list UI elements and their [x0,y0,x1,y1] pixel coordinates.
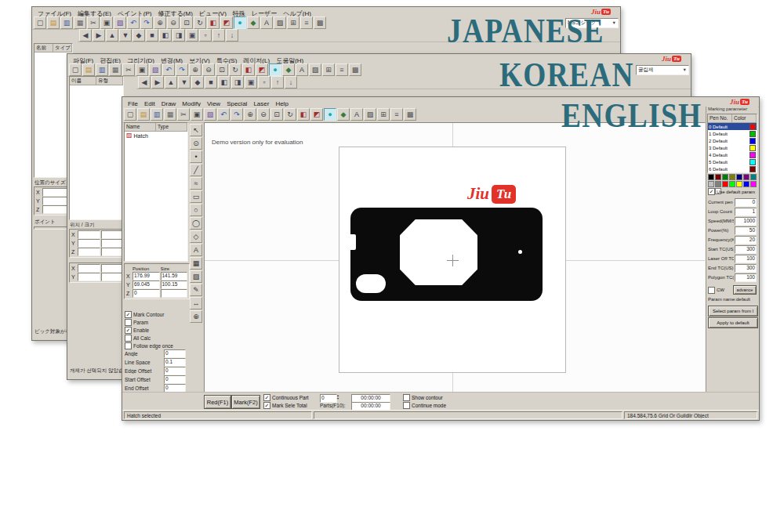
cut-icon[interactable]: ✂ [87,16,100,29]
part-count-input[interactable]: 0 [320,394,337,403]
object-list[interactable]: 이름유형 [69,76,124,220]
parameter-input[interactable]: 100 [735,273,757,282]
distribute-vertical-icon[interactable]: ◨ [231,76,244,89]
pen-row[interactable]: 4 Default [708,151,757,158]
align-icon[interactable]: ≡ [390,108,403,121]
pen-row[interactable]: 1 Default [708,130,757,137]
palette-swatch[interactable] [729,174,735,180]
paste-icon[interactable]: ▧ [204,108,216,121]
palette-swatch[interactable] [743,181,750,187]
hatch-icon[interactable]: ▨ [364,108,376,121]
rectangle-tool-icon[interactable]: ▭ [190,190,202,203]
polygon-icon[interactable]: ◆ [247,16,260,29]
copy-icon[interactable]: ▣ [136,63,148,76]
ellipse-icon[interactable]: ● [324,108,336,121]
paste-icon[interactable]: ▧ [149,63,162,76]
distribute-vertical-icon[interactable]: ◨ [172,29,185,42]
align-left-icon[interactable]: ◀ [79,29,92,42]
point-tool-icon[interactable]: • [190,150,202,163]
continue-mode-checkbox[interactable] [403,402,410,409]
lock-icon[interactable]: ▣ [245,76,257,89]
undo-icon[interactable]: ↶ [162,63,175,76]
palette-swatch[interactable] [736,181,742,187]
redo-icon[interactable]: ↷ [230,108,243,121]
open-folder-icon[interactable]: ▤ [47,16,60,29]
paste-icon[interactable]: ▧ [114,16,126,29]
palette-swatch[interactable] [715,174,721,180]
text-tool-icon[interactable]: A [190,244,202,256]
polygon-icon[interactable]: ◆ [337,108,350,121]
align-left-icon[interactable]: ◀ [138,76,151,89]
hatch-field-input[interactable]: 0.1 [164,358,186,367]
hatch-icon[interactable]: ▨ [274,16,286,29]
palette-swatch[interactable] [722,174,728,180]
hatch-icon[interactable]: ▨ [309,63,321,76]
polygon-icon[interactable]: ◆ [282,63,295,76]
coordinate-input[interactable] [78,264,100,273]
pen-row[interactable]: 2 Default [708,137,757,144]
align-icon[interactable]: ≡ [336,63,348,76]
hatch-option[interactable]: Mark Contour [124,310,187,318]
bring-front-icon[interactable]: ↑ [271,76,284,89]
coordinate-input[interactable] [101,230,124,239]
hatch-field-input[interactable]: 0 [164,367,186,375]
save-icon[interactable]: ▥ [60,16,73,29]
select-param-button[interactable]: Select param from l [708,306,758,317]
send-back-icon[interactable]: ↓ [226,29,238,42]
undo-icon[interactable]: ↶ [217,108,230,121]
save-icon[interactable]: ▥ [151,108,163,121]
unlock-icon[interactable]: ▫ [199,29,212,42]
ellipse-icon[interactable]: ● [269,63,281,76]
align-center-icon[interactable]: ◆ [132,29,145,42]
select-tool-icon[interactable]: ↖ [190,124,202,136]
coordinate-input[interactable] [101,248,124,256]
coordinate-input[interactable] [101,273,124,281]
cut-icon[interactable]: ✂ [177,108,190,121]
coordinate-input[interactable] [78,239,100,248]
undo-icon[interactable]: ↶ [127,16,140,29]
zoom-fit-icon[interactable]: ⊡ [216,63,228,76]
palette-swatch[interactable] [743,174,750,180]
dimension-tool-icon[interactable]: ↔ [190,297,202,309]
zoom-out-icon[interactable]: ⊖ [202,63,215,76]
mirror-horizontal-icon[interactable]: ◧ [297,108,310,121]
redo-icon[interactable]: ↷ [140,16,153,29]
parameter-input[interactable]: 50 [735,226,757,235]
parameter-input[interactable]: 300 [735,264,757,273]
save-icon[interactable]: ▥ [96,63,108,76]
coordinate-input[interactable] [101,264,124,273]
mirror-vertical-icon[interactable]: ◩ [310,108,323,121]
hatch-tool-icon[interactable]: ▨ [190,270,202,283]
object-list-row[interactable]: ▨ Hatch [125,132,187,139]
align-icon[interactable]: ≡ [300,16,313,29]
coordinate-input[interactable] [101,239,124,248]
mirror-vertical-icon[interactable]: ◩ [256,63,268,76]
send-back-icon[interactable]: ↓ [285,76,297,89]
hatch-option[interactable]: Follow edge once [124,342,187,349]
ellipse-tool-icon[interactable]: ◯ [190,217,202,230]
print-icon[interactable]: ▦ [74,16,86,29]
phone-case-object[interactable] [350,208,543,301]
object-list[interactable]: NameType ▨ Hatch [124,122,188,262]
distribute-horizontal-icon[interactable]: ◧ [159,29,172,42]
align-bottom-icon[interactable]: ▼ [178,76,191,89]
new-file-icon[interactable]: ▢ [34,16,46,29]
group-icon[interactable]: ⊞ [287,16,299,29]
parameter-input[interactable]: 1000 [735,217,757,226]
pen-row[interactable]: 3 Default [708,144,757,151]
circle-tool-icon[interactable]: ○ [190,204,202,216]
align-right-icon[interactable]: ▶ [151,76,164,89]
apply-default-button[interactable]: Apply to default [708,317,758,328]
align-right-icon[interactable]: ▶ [93,29,105,42]
same-size-icon[interactable]: ■ [146,29,158,42]
rotate-icon[interactable]: ↻ [194,16,206,29]
continuous-part-checkbox[interactable] [263,394,270,401]
hatch-option[interactable]: Enable [124,326,187,334]
text-icon[interactable]: A [350,108,363,121]
palette-swatch[interactable] [750,174,757,180]
mark-sele-total-checkbox[interactable] [263,402,270,409]
pen-list[interactable]: Pen No.Color 0 Default 1 Default 2 Defau… [707,114,757,173]
hatch-option[interactable]: Param [124,318,187,326]
align-top-icon[interactable]: ▲ [165,76,177,89]
curve-tool-icon[interactable]: ≈ [190,177,202,190]
